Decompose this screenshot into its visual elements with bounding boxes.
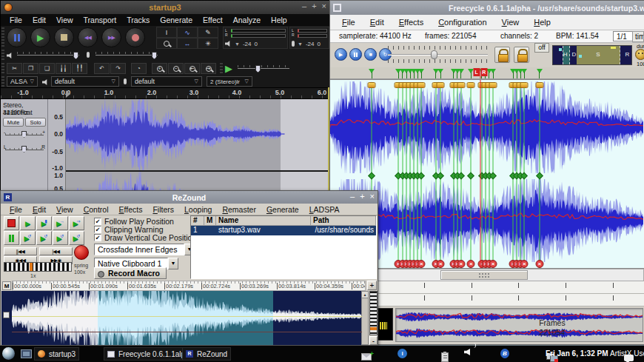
fit-selection-button[interactable]: ⇤ [184, 63, 200, 74]
toolbar-grip[interactable] [1, 63, 4, 73]
record-button[interactable] [125, 27, 145, 47]
checkbox-icon[interactable]: ✔ [94, 226, 101, 233]
slice-mid-marker[interactable] [521, 172, 529, 180]
vertical-ruler[interactable]: 0.5 0.0 -0.5 -1.0 1.0 0.5 [48, 99, 66, 194]
fc-pause-button[interactable] [349, 48, 362, 61]
table-row[interactable]: 1 startup3.wav /usr/share/sounds [191, 226, 376, 235]
recording-device-select[interactable]: default▽ [131, 76, 202, 87]
mail-tray-icon[interactable] [361, 353, 372, 361]
rz-stop-button[interactable] [4, 216, 19, 230]
waveform-overview[interactable]: Frames 221054 [395, 308, 643, 342]
menu-file[interactable]: File [5, 16, 27, 24]
slice-delete-marker[interactable]: × [535, 260, 543, 268]
output-volume-slider[interactable] [17, 51, 79, 60]
recording-channels-select[interactable]: 2 (Stereo)lr▽ [207, 76, 252, 87]
fc-play-button[interactable]: ▶ [335, 48, 347, 61]
menu-generate[interactable]: Generate [155, 16, 197, 24]
channel-select-checkbox[interactable] [3, 312, 10, 318]
slice-mid-marker[interactable] [536, 172, 543, 180]
checkbox-icon[interactable]: ✔ [94, 234, 101, 241]
audacity-titlebar[interactable]: startup3 – + × [1, 1, 329, 14]
menu-transport[interactable]: Transport [79, 16, 121, 24]
slice-flag-icon[interactable] [369, 69, 375, 76]
envelope-tool-button[interactable]: ∿ [177, 27, 198, 38]
play-at-speed-button[interactable]: ▶ [225, 63, 232, 74]
slice-flag-icon[interactable] [437, 69, 443, 76]
toolbar-grip[interactable] [1, 76, 4, 87]
slice-delete-marker[interactable]: × [437, 260, 445, 268]
menu-view[interactable]: View [52, 16, 78, 24]
envelope-handle[interactable] [559, 48, 562, 51]
loaded-files-table[interactable]: # M Name Path 1 startup3.wav /usr/share/… [190, 215, 377, 279]
audacity-waveform[interactable] [66, 99, 328, 194]
draw-tool-button[interactable]: ✎ [198, 27, 218, 38]
crossfade-select[interactable]: Crossfade Inner Edges▼ [94, 244, 195, 255]
slice-top-marker[interactable] [457, 82, 465, 88]
show-desktop-icon[interactable] [21, 349, 32, 358]
slice-top-marker[interactable] [417, 82, 426, 88]
menu-edit[interactable]: Edit [28, 205, 50, 214]
rz-play-from-start-button[interactable]: ▶⇒ [69, 216, 84, 230]
slice-delete-marker[interactable]: × [467, 260, 475, 268]
taskbar-window-startup3[interactable]: startup3 [34, 347, 79, 361]
rz-vertical-zoom-slider[interactable] [369, 291, 378, 335]
stop-button[interactable] [54, 27, 74, 47]
time-button[interactable]: tim [632, 31, 644, 42]
trim-audio-button[interactable]: ╽╽ [56, 63, 71, 74]
zoom-tool-button[interactable] [156, 38, 177, 49]
slice-marker-ruler[interactable]: LR [330, 67, 644, 79]
slice-mid-marker[interactable] [489, 172, 497, 180]
rz-pause-button[interactable] [4, 231, 19, 245]
scroll-up-icon[interactable]: ▲ [362, 292, 368, 298]
multi-tool-button[interactable]: ✳ [198, 38, 218, 49]
pan-slider[interactable]: LR [4, 145, 45, 154]
adsr-envelope-widget[interactable]: H D S R [552, 45, 632, 65]
menu-effects[interactable]: Effects [115, 205, 147, 214]
fc-stop-button[interactable]: ■ [364, 48, 377, 61]
menu-help[interactable]: Help [528, 18, 557, 27]
dur-knob[interactable] [635, 49, 644, 60]
paste-button[interactable]: ❏ [39, 63, 55, 74]
playhead-line[interactable] [480, 80, 480, 268]
maximize-button[interactable]: + [360, 192, 364, 201]
rz-loop-button-1[interactable]: ▶↺ [20, 231, 36, 245]
rz-time-ruler[interactable]: 00:00.000s 00:00.545s 00:01.090s 00:01.6… [12, 281, 366, 291]
rz-m-button[interactable]: M [2, 281, 11, 290]
play-speed-slider[interactable] [238, 64, 289, 73]
audacity-timeline-ruler[interactable]: -1.0 0.0 1.0 2.0 3.0 4.0 5.0 6.0 [1, 88, 329, 99]
menu-generate[interactable]: Generate [262, 205, 303, 214]
menu-edit[interactable]: Edit [28, 16, 50, 24]
zoom-out-button[interactable]: − [168, 63, 184, 74]
minimize-button[interactable]: – [302, 1, 306, 10]
timeshift-tool-button[interactable]: ↔ [177, 38, 198, 49]
toolbar-grip[interactable] [1, 27, 4, 48]
slice-flag-icon[interactable] [418, 69, 424, 76]
fit-project-button[interactable]: ⇥ [201, 63, 216, 74]
rz-loop-button-3[interactable]: ▶↺ [53, 231, 68, 245]
copy-button[interactable]: ❐ [23, 63, 38, 74]
menu-file[interactable]: File [5, 205, 27, 214]
playback-meter[interactable]: LR ▼ -24 0 [223, 27, 288, 49]
slice-top-marker[interactable] [520, 82, 529, 88]
envelope-handle[interactable] [579, 55, 582, 58]
track-control-panel[interactable]: Stereo, 44100Hz 32-bit float Mute Solo -… [1, 99, 48, 194]
menu-looping[interactable]: Looping [180, 205, 216, 214]
fast-forward-button[interactable]: ▶▶ [101, 27, 121, 47]
selection-region[interactable] [98, 291, 273, 345]
slice-delete-marker[interactable]: × [417, 260, 426, 268]
recording-meter[interactable]: LR ▼ -24 0 [289, 27, 329, 49]
rezound-waveform[interactable] [1, 291, 362, 345]
meter-dropdown-icon[interactable]: ▼ [298, 41, 303, 47]
off-button[interactable]: off [534, 43, 549, 53]
slice-mid-marker[interactable] [467, 172, 474, 180]
slice-mid-marker[interactable] [417, 172, 425, 180]
slice-flag-icon[interactable] [490, 69, 496, 76]
solo-button[interactable]: Solo [25, 118, 46, 127]
menu-analyze[interactable]: Analyze [229, 16, 265, 24]
menu-help[interactable]: Help [266, 16, 292, 24]
zoom-out-button[interactable]: - [369, 336, 378, 345]
audio-host-select[interactable]: ALSA▽ [7, 76, 38, 87]
slice-top-marker[interactable] [535, 82, 543, 88]
taskbar-window-freecycle[interactable]: Freecycle 0.6.1.1alp... [104, 347, 195, 361]
slice-top-marker[interactable] [437, 82, 445, 88]
